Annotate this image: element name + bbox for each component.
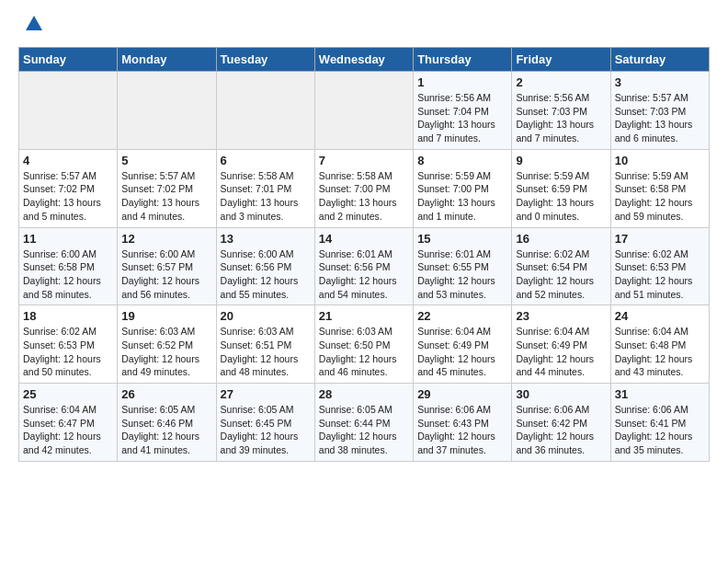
day-info: Sunrise: 6:02 AM Sunset: 6:53 PM Dayligh…: [615, 247, 705, 302]
calendar-cell: 9Sunrise: 5:59 AM Sunset: 6:59 PM Daylig…: [512, 149, 610, 227]
week-row-5: 25Sunrise: 6:04 AM Sunset: 6:47 PM Dayli…: [19, 384, 710, 462]
calendar-cell: 2Sunrise: 5:56 AM Sunset: 7:03 PM Daylig…: [512, 72, 610, 150]
calendar-cell: 11Sunrise: 6:00 AM Sunset: 6:58 PM Dayli…: [19, 227, 118, 305]
day-info: Sunrise: 6:05 AM Sunset: 6:46 PM Dayligh…: [121, 403, 211, 457]
calendar-cell: 20Sunrise: 6:03 AM Sunset: 6:51 PM Dayli…: [216, 305, 314, 384]
week-row-1: 1Sunrise: 5:56 AM Sunset: 7:04 PM Daylig…: [19, 72, 710, 150]
day-number: 3: [615, 75, 705, 89]
day-info: Sunrise: 6:03 AM Sunset: 6:50 PM Dayligh…: [319, 325, 409, 379]
header: [18, 14, 710, 38]
day-number: 16: [516, 232, 606, 246]
day-number: 8: [417, 154, 507, 167]
calendar-cell: [314, 72, 413, 150]
logo: [18, 14, 44, 38]
day-number: 24: [615, 309, 705, 323]
day-number: 23: [516, 309, 606, 323]
weekday-header-wednesday: Wednesday: [314, 48, 413, 72]
day-number: 30: [516, 387, 606, 401]
calendar-cell: 7Sunrise: 5:58 AM Sunset: 7:00 PM Daylig…: [314, 149, 413, 227]
calendar-cell: 1Sunrise: 5:56 AM Sunset: 7:04 PM Daylig…: [414, 72, 512, 150]
day-info: Sunrise: 6:01 AM Sunset: 6:55 PM Dayligh…: [417, 247, 507, 302]
calendar-cell: 15Sunrise: 6:01 AM Sunset: 6:55 PM Dayli…: [414, 227, 512, 305]
day-number: 18: [23, 309, 113, 323]
calendar-cell: [216, 72, 314, 150]
page: SundayMondayTuesdayWednesdayThursdayFrid…: [0, 0, 728, 476]
calendar-cell: 16Sunrise: 6:02 AM Sunset: 6:54 PM Dayli…: [512, 227, 610, 305]
day-info: Sunrise: 5:59 AM Sunset: 7:00 PM Dayligh…: [417, 169, 507, 224]
day-info: Sunrise: 5:57 AM Sunset: 7:03 PM Dayligh…: [615, 91, 705, 145]
day-info: Sunrise: 6:03 AM Sunset: 6:52 PM Dayligh…: [121, 325, 211, 379]
day-info: Sunrise: 5:56 AM Sunset: 7:04 PM Dayligh…: [417, 91, 507, 145]
day-info: Sunrise: 6:02 AM Sunset: 6:54 PM Dayligh…: [516, 247, 606, 302]
day-info: Sunrise: 6:00 AM Sunset: 6:56 PM Dayligh…: [221, 247, 311, 302]
day-number: 5: [121, 154, 211, 167]
day-info: Sunrise: 6:04 AM Sunset: 6:49 PM Dayligh…: [417, 325, 507, 379]
calendar-cell: 28Sunrise: 6:05 AM Sunset: 6:44 PM Dayli…: [314, 384, 413, 462]
calendar-cell: 5Sunrise: 5:57 AM Sunset: 7:02 PM Daylig…: [118, 149, 216, 227]
weekday-header-monday: Monday: [118, 48, 216, 72]
calendar-cell: 10Sunrise: 5:59 AM Sunset: 6:58 PM Dayli…: [610, 149, 709, 227]
calendar-cell: 3Sunrise: 5:57 AM Sunset: 7:03 PM Daylig…: [610, 72, 709, 150]
day-info: Sunrise: 6:06 AM Sunset: 6:41 PM Dayligh…: [615, 403, 705, 457]
calendar-cell: 14Sunrise: 6:01 AM Sunset: 6:56 PM Dayli…: [314, 227, 413, 305]
day-info: Sunrise: 6:03 AM Sunset: 6:51 PM Dayligh…: [221, 325, 311, 379]
week-row-3: 11Sunrise: 6:00 AM Sunset: 6:58 PM Dayli…: [19, 227, 710, 305]
calendar-cell: 19Sunrise: 6:03 AM Sunset: 6:52 PM Dayli…: [118, 305, 216, 384]
day-info: Sunrise: 6:05 AM Sunset: 6:45 PM Dayligh…: [221, 403, 311, 457]
calendar-cell: 6Sunrise: 5:58 AM Sunset: 7:01 PM Daylig…: [216, 149, 314, 227]
weekday-header-friday: Friday: [512, 48, 610, 72]
calendar-cell: 17Sunrise: 6:02 AM Sunset: 6:53 PM Dayli…: [610, 227, 709, 305]
day-number: 17: [615, 232, 705, 246]
day-number: 2: [516, 75, 606, 89]
calendar-cell: 30Sunrise: 6:06 AM Sunset: 6:42 PM Dayli…: [512, 384, 610, 462]
day-number: 4: [23, 154, 113, 167]
day-number: 7: [319, 154, 409, 167]
day-info: Sunrise: 6:05 AM Sunset: 6:44 PM Dayligh…: [319, 403, 409, 457]
day-number: 14: [319, 232, 409, 246]
day-number: 10: [615, 154, 705, 167]
day-info: Sunrise: 6:00 AM Sunset: 6:58 PM Dayligh…: [23, 247, 113, 302]
weekday-header-row: SundayMondayTuesdayWednesdayThursdayFrid…: [19, 48, 710, 72]
day-info: Sunrise: 5:57 AM Sunset: 7:02 PM Dayligh…: [121, 169, 211, 224]
day-number: 29: [417, 387, 507, 401]
weekday-header-tuesday: Tuesday: [216, 48, 314, 72]
day-info: Sunrise: 6:04 AM Sunset: 6:48 PM Dayligh…: [615, 325, 705, 379]
calendar-cell: [118, 72, 216, 150]
day-number: 26: [121, 387, 211, 401]
day-number: 11: [23, 232, 113, 246]
calendar-cell: 22Sunrise: 6:04 AM Sunset: 6:49 PM Dayli…: [414, 305, 512, 384]
day-number: 31: [615, 387, 705, 401]
day-number: 22: [417, 309, 507, 323]
weekday-header-thursday: Thursday: [414, 48, 512, 72]
day-info: Sunrise: 5:59 AM Sunset: 6:59 PM Dayligh…: [516, 169, 606, 224]
calendar-cell: 29Sunrise: 6:06 AM Sunset: 6:43 PM Dayli…: [414, 384, 512, 462]
day-info: Sunrise: 5:56 AM Sunset: 7:03 PM Dayligh…: [516, 91, 606, 145]
day-number: 28: [319, 387, 409, 401]
calendar-cell: 24Sunrise: 6:04 AM Sunset: 6:48 PM Dayli…: [610, 305, 709, 384]
calendar-cell: 27Sunrise: 6:05 AM Sunset: 6:45 PM Dayli…: [216, 384, 314, 462]
calendar-cell: [19, 72, 118, 150]
svg-marker-0: [26, 16, 42, 30]
day-info: Sunrise: 6:06 AM Sunset: 6:43 PM Dayligh…: [417, 403, 507, 457]
day-info: Sunrise: 6:01 AM Sunset: 6:56 PM Dayligh…: [319, 247, 409, 302]
calendar-cell: 25Sunrise: 6:04 AM Sunset: 6:47 PM Dayli…: [19, 384, 118, 462]
calendar-cell: 23Sunrise: 6:04 AM Sunset: 6:49 PM Dayli…: [512, 305, 610, 384]
calendar-cell: 8Sunrise: 5:59 AM Sunset: 7:00 PM Daylig…: [414, 149, 512, 227]
day-info: Sunrise: 6:00 AM Sunset: 6:57 PM Dayligh…: [121, 247, 211, 302]
day-info: Sunrise: 5:59 AM Sunset: 6:58 PM Dayligh…: [615, 169, 705, 224]
day-number: 9: [516, 154, 606, 167]
calendar-cell: 13Sunrise: 6:00 AM Sunset: 6:56 PM Dayli…: [216, 227, 314, 305]
calendar-cell: 26Sunrise: 6:05 AM Sunset: 6:46 PM Dayli…: [118, 384, 216, 462]
day-info: Sunrise: 6:04 AM Sunset: 6:49 PM Dayligh…: [516, 325, 606, 379]
calendar-cell: 4Sunrise: 5:57 AM Sunset: 7:02 PM Daylig…: [19, 149, 118, 227]
day-number: 20: [221, 309, 311, 323]
day-number: 15: [417, 232, 507, 246]
day-number: 27: [221, 387, 311, 401]
week-row-4: 18Sunrise: 6:02 AM Sunset: 6:53 PM Dayli…: [19, 305, 710, 384]
calendar-cell: 18Sunrise: 6:02 AM Sunset: 6:53 PM Dayli…: [19, 305, 118, 384]
weekday-header-sunday: Sunday: [19, 48, 118, 72]
calendar: SundayMondayTuesdayWednesdayThursdayFrid…: [18, 47, 710, 462]
day-info: Sunrise: 6:02 AM Sunset: 6:53 PM Dayligh…: [23, 325, 113, 379]
week-row-2: 4Sunrise: 5:57 AM Sunset: 7:02 PM Daylig…: [19, 149, 710, 227]
day-info: Sunrise: 5:58 AM Sunset: 7:00 PM Dayligh…: [319, 169, 409, 224]
